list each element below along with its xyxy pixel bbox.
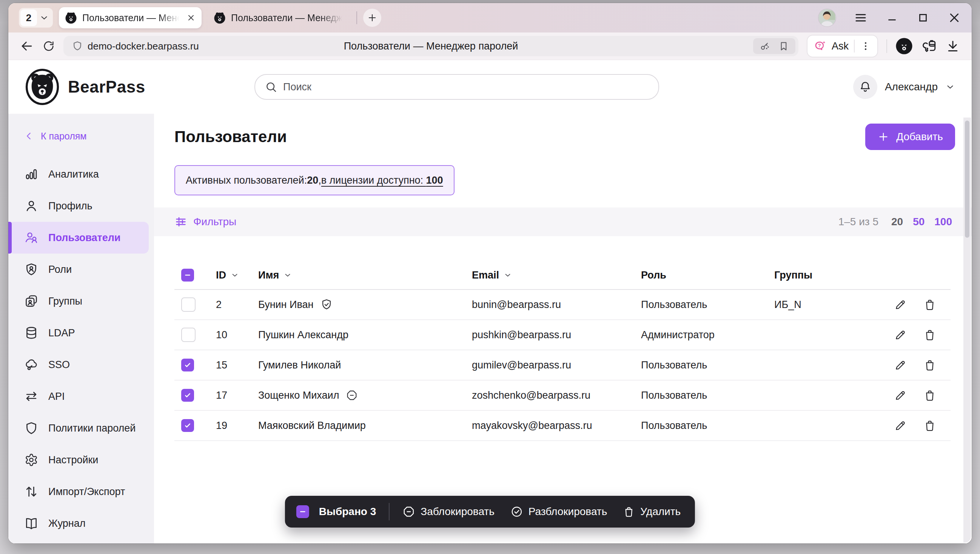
sidebar-item-groups[interactable]: Группы [8,285,149,317]
browser-window: 2 Пользователи — Мене Пользователи — Мен… [8,3,972,543]
passwords-key-icon[interactable] [759,40,770,52]
sidebar-item-profile[interactable]: Профиль [8,190,149,222]
search-input[interactable]: Поиск [255,74,659,100]
cell-id: 15 [216,359,258,371]
delete-user-button[interactable] [923,419,936,432]
edit-user-button[interactable] [894,298,907,311]
tab-divider [356,11,357,24]
trash-icon [923,419,936,432]
tab-title: Пользователи — Мене [82,13,181,24]
divider [854,40,855,53]
scrollbar-thumb[interactable] [965,121,969,238]
notifications-button[interactable] [853,75,877,99]
cell-name: Пушкин Александр [258,329,472,341]
sidebar-item-sso[interactable]: SSO [8,349,149,380]
column-header-email[interactable]: Email [472,270,641,281]
tab-close-icon[interactable] [186,13,196,22]
users-table: ID Имя Email Роль Группы 2 Бунин Иван bu… [174,261,951,441]
bookmark-icon[interactable] [778,40,789,52]
tabs-dropdown-icon[interactable] [39,13,49,23]
page-size-option[interactable]: 50 [913,216,924,228]
reload-button[interactable] [42,40,55,53]
page-size-option[interactable]: 100 [934,216,952,228]
filters-button[interactable]: Фильтры [174,216,236,228]
window-maximize-button[interactable] [916,11,929,24]
window-minimize-button[interactable] [886,11,899,24]
downloads-icon[interactable] [945,38,960,54]
table-row: 15 Гумилев Николай gumilev@bearpass.ru П… [174,350,951,380]
cell-role: Пользователь [641,299,774,311]
sidebar-item-settings[interactable]: Настройки [8,444,149,476]
app-header: BearPass Поиск Александр [8,60,972,114]
brand-logo[interactable]: BearPass [25,69,145,105]
ldap-icon [24,326,38,340]
address-bar[interactable]: demo-docker.bearpass.ru Пользователи — М… [64,36,799,56]
delete-user-button[interactable] [923,389,936,402]
row-checkbox[interactable] [181,419,194,432]
sidebar-item-ldap[interactable]: LDAP [8,317,149,349]
sidebar: К паролям Аналитика Профиль Пользователи [8,114,154,543]
site-info[interactable]: demo-docker.bearpass.ru [72,40,199,52]
row-checkbox[interactable] [181,389,194,402]
cell-name: Гумилев Николай [258,359,472,371]
sidebar-item-journal[interactable]: Журнал [8,508,149,539]
sort-chevron-icon [231,271,239,279]
column-header-name[interactable]: Имя [258,270,472,281]
browser-menu-icon[interactable] [854,11,867,25]
row-checkbox[interactable] [181,297,196,312]
select-all-checkbox[interactable] [181,269,194,281]
roles-icon [24,262,38,277]
pencil-icon [894,328,907,341]
settings-icon [24,453,38,467]
tab-counter[interactable]: 2 [19,8,53,27]
delete-user-button[interactable] [923,298,936,311]
user-menu[interactable]: Александр [885,81,938,93]
edit-user-button[interactable] [894,328,907,341]
analytics-icon [24,167,38,181]
row-checkbox[interactable] [181,327,196,342]
delete-user-button[interactable] [923,359,936,372]
add-user-button[interactable]: Добавить [865,124,955,150]
license-link[interactable]: в лицензии доступно: 100 [321,175,443,186]
page-title: Пользователи [174,128,287,146]
page-scrollbar[interactable] [963,118,971,543]
sidebar-item-roles[interactable]: Роли [8,254,149,285]
sidebar-item-password-policies[interactable]: Политики паролей [8,412,149,444]
address-bar-actions [753,38,795,54]
selection-checkbox[interactable] [296,505,309,518]
pagination-range: 1–5 из 5 [838,216,878,228]
back-button[interactable] [20,39,34,53]
tab-inactive[interactable]: Пользователи — Менедж [208,7,350,28]
kebab-menu-icon[interactable] [860,40,871,52]
ask-button[interactable]: ? Ask [807,35,878,57]
block-users-button[interactable]: Заблокировать [399,505,497,518]
table-header: ID Имя Email Роль Группы [174,261,951,290]
new-tab-button[interactable] [363,9,381,27]
edit-user-button[interactable] [894,389,907,402]
sidebar-item-users[interactable]: Пользователи [8,222,149,254]
sidebar-item-import-export[interactable]: Импорт/Экспорт [8,476,149,508]
unblock-users-button[interactable]: Разблокировать [508,505,611,518]
edit-user-button[interactable] [894,359,907,372]
sidebar-item-analytics[interactable]: Аналитика [8,158,149,190]
active-users-count: 20 [307,175,318,186]
sidebar-item-api[interactable]: API [8,380,149,412]
bearpass-app: BearPass Поиск Александр [8,60,972,543]
bearpass-extension-icon[interactable] [896,37,913,55]
delete-user-button[interactable] [923,328,936,341]
column-header-id[interactable]: ID [216,270,258,281]
ask-label: Ask [832,40,849,52]
bell-icon [859,80,872,93]
user-menu-chevron-icon[interactable] [945,82,955,92]
delete-users-button[interactable]: Удалить [620,506,684,518]
tab-active[interactable]: Пользователи — Мене [59,7,202,28]
cell-id: 10 [216,329,258,341]
row-checkbox[interactable] [181,359,194,372]
edit-user-button[interactable] [894,419,907,432]
browser-profile-avatar[interactable] [818,9,836,26]
table-row: 2 Бунин Иван bunin@bearpass.ru Пользоват… [174,290,951,320]
wallet-extension-icon[interactable] [921,38,937,54]
window-close-button[interactable] [948,11,961,25]
back-to-passwords-link[interactable]: К паролям [8,126,154,145]
page-size-option[interactable]: 20 [891,216,903,228]
